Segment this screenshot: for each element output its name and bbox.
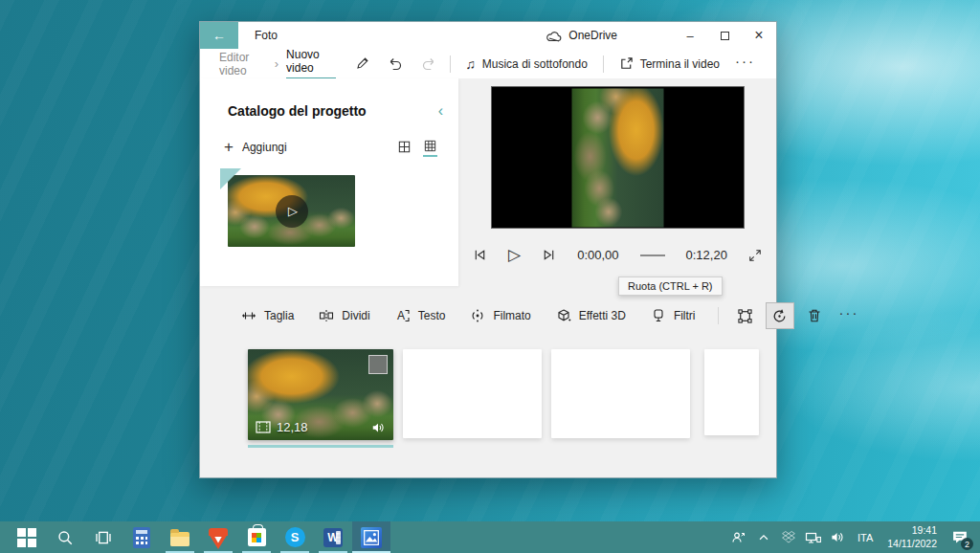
catalog-title: Catalogo del progetto xyxy=(228,103,367,119)
background-music-label: Musica di sottofondo xyxy=(482,57,588,71)
next-frame-button[interactable] xyxy=(542,248,556,262)
play-icon: ▷ xyxy=(288,204,298,218)
minimize-icon: – xyxy=(686,29,693,43)
volume-icon[interactable] xyxy=(827,521,850,553)
calculator-icon xyxy=(133,527,150,548)
motion-label: Filmato xyxy=(493,309,530,322)
breadcrumb-chevron-icon: › xyxy=(275,56,278,71)
timeline-more-button[interactable]: ··· xyxy=(832,304,867,328)
playback-controls: ▷ 0:00,00 0:12,20 xyxy=(473,245,762,265)
clock[interactable]: 19:41 14/11/2022 xyxy=(880,524,944,549)
onedrive-button[interactable]: OneDrive xyxy=(543,22,621,49)
add-label: Aggiungi xyxy=(242,141,287,154)
taskbar-skype[interactable]: S xyxy=(276,521,314,553)
taskbar-word[interactable]: W xyxy=(314,521,352,553)
taskbar-calculator[interactable] xyxy=(122,521,161,553)
grid-view-large-button[interactable] xyxy=(397,140,412,156)
language-indicator[interactable]: ITA xyxy=(852,532,879,543)
titlebar: ← Foto OneDrive – × xyxy=(200,22,776,49)
filters-label: Filtri xyxy=(674,309,696,322)
breadcrumb-editor-video[interactable]: Editor video xyxy=(219,51,267,77)
timeline-clip-selected[interactable]: 12,18 xyxy=(248,349,393,440)
people-icon[interactable] xyxy=(727,521,750,553)
total-time: 0:12,20 xyxy=(686,248,727,262)
rotate-button[interactable] xyxy=(766,302,794,329)
search-icon xyxy=(56,529,74,546)
collapse-panel-button[interactable]: ‹ xyxy=(438,103,443,119)
minimize-button[interactable]: – xyxy=(673,22,707,49)
rotate-tooltip: Ruota (CTRL + R) xyxy=(618,276,723,296)
pencil-icon xyxy=(355,56,369,71)
speaker-icon[interactable] xyxy=(370,421,386,434)
grid-view-small-button[interactable] xyxy=(423,139,437,157)
search-button[interactable] xyxy=(46,521,84,553)
photos-app-icon xyxy=(361,527,382,548)
delete-button[interactable] xyxy=(800,302,829,329)
skype-icon: S xyxy=(285,527,305,547)
divider xyxy=(450,55,451,73)
finish-video-label: Termina il video xyxy=(640,57,720,71)
timeline-toolbar: Taglia Dividi A Testo xyxy=(229,302,867,329)
motion-button[interactable]: Filmato xyxy=(457,302,543,329)
start-button[interactable] xyxy=(8,521,46,553)
task-view-button[interactable] xyxy=(84,521,122,553)
project-catalog-panel: Catalogo del progetto ‹ + Aggiungi xyxy=(200,78,458,286)
grid-3x3-icon xyxy=(423,139,437,153)
selected-corner-marker xyxy=(220,168,241,189)
split-label: Dividi xyxy=(342,309,369,322)
split-button[interactable]: Dividi xyxy=(306,302,382,329)
step-back-icon xyxy=(473,248,487,262)
redo-icon xyxy=(421,56,436,72)
taskbar-photos-active[interactable] xyxy=(352,521,390,553)
timeline-slot-empty[interactable] xyxy=(403,349,542,438)
action-center-button[interactable]: 2 xyxy=(946,521,974,553)
text-label: Testo xyxy=(418,309,446,322)
brave-icon xyxy=(209,534,228,549)
back-button[interactable]: ← xyxy=(200,22,238,49)
trim-button[interactable]: Taglia xyxy=(229,302,306,329)
text-icon: A xyxy=(395,308,411,323)
more-options-button[interactable]: ··· xyxy=(727,53,763,75)
play-overlay-button[interactable]: ▷ xyxy=(276,195,308,228)
music-note-icon: ♫ xyxy=(465,56,476,72)
close-button[interactable]: × xyxy=(742,22,776,49)
background-music-button[interactable]: ♫ Musica di sottofondo xyxy=(457,56,595,72)
onedrive-label: OneDrive xyxy=(568,29,617,42)
titlebar-drag-area[interactable] xyxy=(278,22,543,49)
clip-checkbox[interactable] xyxy=(368,355,388,374)
maximize-button[interactable] xyxy=(707,22,742,49)
notification-count-badge: 2 xyxy=(961,538,973,550)
catalog-video-thumbnail[interactable]: ▷ xyxy=(228,175,355,247)
effects-3d-button[interactable]: Effetti 3D xyxy=(544,302,638,329)
breadcrumb-nuovo-video[interactable]: Nuovo video xyxy=(286,48,336,79)
network-icon[interactable] xyxy=(802,521,825,553)
taskbar-store[interactable] xyxy=(237,521,276,553)
play-button[interactable]: ▷ xyxy=(508,245,521,265)
clock-date: 14/11/2022 xyxy=(887,538,937,550)
dropbox-icon[interactable] xyxy=(777,521,800,553)
clip-duration: 12,18 xyxy=(277,420,308,434)
undo-button[interactable] xyxy=(383,52,409,77)
finish-video-button[interactable]: Termina il video xyxy=(612,56,727,71)
plus-icon: + xyxy=(224,138,234,157)
text-button[interactable]: A Testo xyxy=(383,302,458,329)
command-bar: Editor video › Nuovo video ♫ Musica di s… xyxy=(200,49,776,78)
hidden-icons-chevron[interactable] xyxy=(752,521,775,553)
add-button[interactable]: + Aggiungi xyxy=(224,138,287,157)
timeline-slot-empty[interactable] xyxy=(704,349,759,435)
file-explorer-icon xyxy=(170,532,189,546)
resize-button[interactable] xyxy=(731,302,760,329)
video-preview-area: ▷ 0:00,00 0:12,20 xyxy=(458,78,776,299)
filters-button[interactable]: Filtri xyxy=(638,302,708,329)
rename-button[interactable] xyxy=(349,52,375,77)
photos-app-window: ← Foto OneDrive – × Editor video › Nuovo… xyxy=(199,21,777,478)
task-view-icon xyxy=(95,529,112,546)
timeline-slot-empty[interactable] xyxy=(551,349,690,438)
previous-frame-button[interactable] xyxy=(473,248,487,262)
taskbar-brave[interactable] xyxy=(199,521,237,553)
taskbar-file-explorer[interactable] xyxy=(161,521,199,553)
video-preview-frame[interactable] xyxy=(491,86,745,229)
clip-info: 12,18 xyxy=(256,420,386,434)
close-icon: × xyxy=(754,27,763,44)
fullscreen-button[interactable] xyxy=(748,249,762,262)
